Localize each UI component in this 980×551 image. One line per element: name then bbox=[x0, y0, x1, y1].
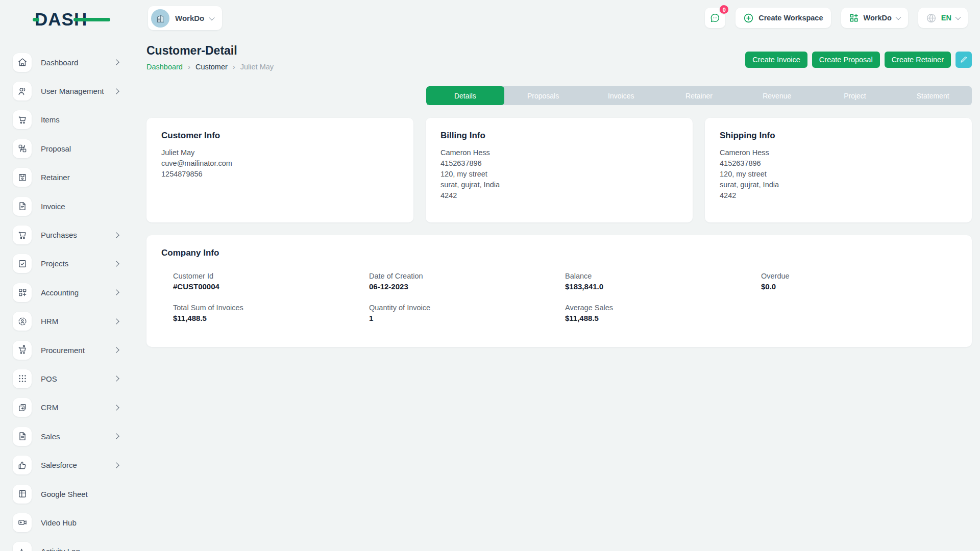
tab-revenue[interactable]: Revenue bbox=[738, 86, 816, 105]
invoice-file-icon bbox=[13, 197, 32, 216]
chevron-down-icon bbox=[209, 14, 215, 20]
sidebar-item-invoice[interactable]: Invoice bbox=[0, 192, 133, 220]
card-title: Billing Info bbox=[440, 131, 678, 141]
sidebar-item-video-hub[interactable]: Video Hub bbox=[0, 508, 133, 537]
chevron-right-icon bbox=[113, 347, 119, 353]
topbar-actions: 0 Create Workspace WorkDo EN bbox=[705, 8, 968, 28]
sidebar-item-retainer[interactable]: Retainer bbox=[0, 163, 133, 192]
breadcrumb-separator: › bbox=[188, 62, 190, 71]
card-title: Customer Info bbox=[161, 131, 399, 141]
tab-invoices[interactable]: Invoices bbox=[582, 86, 660, 105]
workdo-menu-label: WorkDo bbox=[864, 14, 892, 22]
tab-retainer[interactable]: Retainer bbox=[660, 86, 738, 105]
workspace-label: WorkDo bbox=[175, 14, 204, 22]
sidebar-item-salesforce[interactable]: Salesforce bbox=[0, 450, 133, 479]
breadcrumb: Dashboard › Customer › Juliet May bbox=[146, 62, 274, 71]
dash-logo[interactable]: DASH bbox=[35, 9, 111, 30]
sidebar-item-sales[interactable]: Sales bbox=[0, 422, 133, 450]
sidebar-item-dashboard[interactable]: Dashboard bbox=[0, 48, 133, 77]
edit-customer-button[interactable] bbox=[955, 52, 972, 68]
workspace-selector[interactable]: WorkDo bbox=[148, 6, 222, 30]
customer-phone: 1254879856 bbox=[161, 169, 399, 180]
tab-statement[interactable]: Statement bbox=[894, 86, 972, 105]
sidebar-item-procurement[interactable]: Procurement bbox=[0, 336, 133, 364]
sidebar-item-items[interactable]: Items bbox=[0, 106, 133, 134]
notification-badge: 0 bbox=[719, 4, 729, 15]
sidebar-item-hrm[interactable]: HRM bbox=[0, 307, 133, 336]
video-camera-icon bbox=[13, 513, 32, 532]
tab-details[interactable]: Details bbox=[426, 86, 504, 105]
sidebar-item-user-management[interactable]: User Management bbox=[0, 77, 133, 105]
chevron-right-icon bbox=[113, 376, 119, 382]
shipping-info-card: Shipping Info Cameron Hess 4152637896 12… bbox=[705, 118, 972, 222]
billing-zip: 4242 bbox=[440, 190, 678, 201]
shipping-name: Cameron Hess bbox=[720, 147, 957, 158]
sidebar-item-pos[interactable]: POS bbox=[0, 364, 133, 393]
globe-icon bbox=[926, 13, 937, 23]
chevron-right-icon bbox=[113, 462, 119, 468]
workdo-menu-button[interactable]: WorkDo bbox=[841, 8, 908, 28]
chevron-right-icon bbox=[113, 261, 119, 266]
billing-name: Cameron Hess bbox=[440, 147, 678, 158]
main-content: Customer-Detail Dashboard › Customer › J… bbox=[146, 44, 972, 347]
info-cards-row: Customer Info Juliet May cuve@mailinator… bbox=[146, 118, 972, 222]
chevron-right-icon bbox=[113, 232, 119, 238]
sidebar-item-purchases[interactable]: Purchases bbox=[0, 220, 133, 249]
pencil-icon bbox=[960, 56, 968, 64]
page-title: Customer-Detail bbox=[146, 44, 274, 58]
billing-phone: 4152637896 bbox=[440, 158, 678, 169]
sidebar-item-proposal[interactable]: Proposal bbox=[0, 134, 133, 163]
chat-bubble-icon bbox=[709, 12, 721, 23]
field-average-sales: Average Sales $11,488.5 bbox=[565, 304, 761, 322]
company-info-card: Company Info Customer Id #CUST00004 Date… bbox=[146, 235, 972, 347]
create-workspace-label: Create Workspace bbox=[758, 14, 823, 22]
page-header: Customer-Detail Dashboard › Customer › J… bbox=[146, 44, 972, 71]
thumbs-up-icon bbox=[13, 456, 32, 474]
customer-email: cuve@mailinator.com bbox=[161, 158, 399, 169]
tab-proposals[interactable]: Proposals bbox=[504, 86, 582, 105]
home-icon bbox=[13, 53, 32, 72]
plus-circle-icon bbox=[743, 13, 754, 23]
sales-file-icon bbox=[13, 427, 32, 446]
save-icon bbox=[13, 168, 32, 187]
chevron-right-icon bbox=[113, 88, 119, 94]
chevron-right-icon bbox=[113, 318, 119, 324]
create-workspace-button[interactable]: Create Workspace bbox=[736, 8, 830, 28]
cart-icon bbox=[13, 226, 32, 244]
card-title: Shipping Info bbox=[720, 131, 957, 141]
chevron-right-icon bbox=[113, 290, 119, 295]
messages-button[interactable]: 0 bbox=[705, 8, 725, 28]
field-customer-id: Customer Id #CUST00004 bbox=[173, 272, 369, 291]
chevron-right-icon bbox=[113, 405, 119, 410]
grid-dots-icon bbox=[13, 369, 32, 388]
sidebar-item-crm[interactable]: CRM bbox=[0, 393, 133, 422]
chevron-right-icon bbox=[113, 60, 119, 65]
field-quantity-of-invoice: Quantity of Invoice 1 bbox=[369, 304, 565, 322]
chevron-down-icon bbox=[895, 14, 901, 20]
language-selector[interactable]: EN bbox=[918, 8, 968, 28]
grid-plus-icon bbox=[849, 13, 859, 23]
cart-arrow-icon bbox=[13, 341, 32, 360]
breadcrumb-separator: › bbox=[233, 62, 235, 71]
hrm-person-icon bbox=[13, 312, 32, 331]
table-icon bbox=[13, 485, 32, 504]
chevron-right-icon bbox=[113, 434, 119, 439]
sidebar-item-accounting[interactable]: Accounting bbox=[0, 278, 133, 307]
logo-accent-bar bbox=[74, 18, 110, 21]
sidebar-item-google-sheet[interactable]: Google Sheet bbox=[0, 480, 133, 508]
card-title: Company Info bbox=[161, 248, 957, 258]
create-retainer-button[interactable]: Create Retainer bbox=[885, 52, 951, 68]
sidebar-item-projects[interactable]: Projects bbox=[0, 249, 133, 278]
breadcrumb-dashboard-link[interactable]: Dashboard bbox=[146, 63, 183, 71]
tab-project[interactable]: Project bbox=[816, 86, 894, 105]
sidebar-item-activity-log[interactable]: Activity Log bbox=[0, 537, 133, 551]
activity-pulse-icon bbox=[13, 542, 32, 551]
copy-squares-icon bbox=[13, 398, 32, 417]
sidebar: Dashboard User Management Items Proposal… bbox=[0, 48, 133, 551]
breadcrumb-customer-link[interactable]: Customer bbox=[195, 63, 228, 71]
cart-icon bbox=[13, 110, 32, 129]
create-invoice-button[interactable]: Create Invoice bbox=[745, 52, 807, 68]
create-proposal-button[interactable]: Create Proposal bbox=[812, 52, 880, 68]
building-icon bbox=[155, 13, 166, 24]
billing-city: surat, gujrat, India bbox=[440, 180, 678, 190]
